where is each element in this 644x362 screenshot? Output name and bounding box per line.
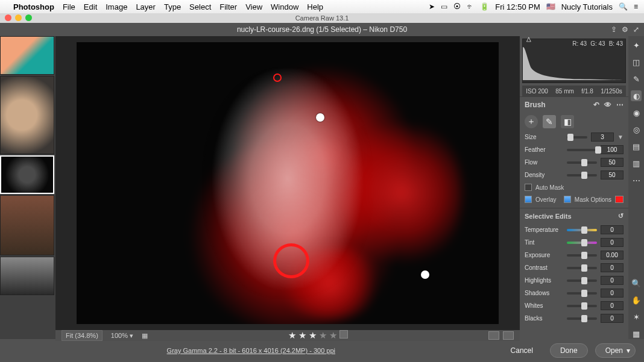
eraser-tool-icon[interactable]: ◧ (561, 115, 574, 128)
flow-input[interactable] (601, 158, 623, 167)
blacks-input[interactable] (601, 314, 623, 323)
redeye-tool-icon[interactable]: ◉ (631, 107, 642, 118)
shadows-input[interactable] (601, 289, 623, 298)
size-slider[interactable] (567, 136, 587, 139)
density-slider[interactable] (567, 174, 597, 176)
more-tools-icon[interactable]: ⋯ (631, 175, 642, 186)
traffic-lights[interactable] (5, 14, 32, 21)
more-icon[interactable]: ⋯ (616, 101, 623, 109)
contrast-slider[interactable] (567, 267, 597, 269)
flow-slider[interactable] (567, 161, 597, 164)
menu-edit[interactable]: Edit (84, 2, 97, 11)
shadows-slider[interactable] (567, 292, 597, 295)
star-2[interactable]: ★ (298, 330, 306, 341)
temperature-slider[interactable] (567, 229, 597, 231)
overlay-checkbox[interactable] (525, 196, 532, 203)
hand-tool-icon[interactable]: ✋ (631, 295, 642, 305)
location-icon[interactable]: ➤ (429, 2, 435, 11)
image-canvas[interactable] (77, 42, 499, 324)
edit-tool-icon[interactable]: ✦ (631, 40, 642, 51)
automask-checkbox[interactable] (525, 184, 532, 191)
heal-tool-icon[interactable]: ✎ (631, 73, 642, 84)
color-label-swatch[interactable] (339, 330, 348, 339)
thumbnail-4[interactable] (0, 195, 54, 255)
histogram[interactable]: △ R: 43 G: 43 B: 43 (522, 39, 626, 83)
menu-image[interactable]: Image (106, 2, 127, 11)
star-rating[interactable]: ★ ★ ★ ★ ★ (288, 330, 348, 341)
menu-layer[interactable]: Layer (136, 2, 156, 11)
crop-tool-icon[interactable]: ◫ (631, 57, 642, 67)
close-window-icon[interactable] (5, 14, 11, 21)
open-dropdown-icon[interactable]: ▾ (627, 346, 630, 355)
exposure-input[interactable] (601, 251, 623, 260)
zoom-tool-icon[interactable]: 🔍 (631, 278, 642, 289)
zoom-dropdown[interactable]: 100% ▾ (111, 332, 133, 340)
thumbnail-1[interactable] (0, 36, 54, 75)
adjustment-pin-ring[interactable] (273, 73, 282, 82)
settings-icon[interactable]: ⚙ (622, 25, 628, 34)
highlights-slider[interactable] (567, 279, 597, 282)
brush-tool-icon[interactable]: ✎ (543, 115, 556, 128)
sampler-tool-icon[interactable]: ✶ (631, 311, 642, 322)
adjustment-pin-1[interactable] (316, 113, 324, 122)
fullscreen-icon[interactable]: ⤢ (633, 25, 639, 34)
tint-slider[interactable] (567, 242, 597, 244)
whites-slider[interactable] (567, 305, 597, 307)
menu-select[interactable]: Select (189, 2, 211, 11)
mask-color-swatch[interactable] (615, 196, 623, 203)
app-name[interactable]: Photoshop (13, 2, 54, 11)
menu-file[interactable]: File (63, 2, 75, 11)
menu-window[interactable]: Window (271, 2, 298, 11)
thumbnail-2[interactable] (0, 76, 54, 154)
radial-tool-icon[interactable]: ◎ (631, 124, 642, 135)
star-4[interactable]: ★ (319, 330, 327, 341)
thumbnail-5[interactable] (0, 257, 54, 295)
new-brush-icon[interactable]: ＋ (525, 115, 538, 128)
menu-type[interactable]: Type (164, 2, 181, 11)
temperature-input[interactable] (601, 225, 623, 234)
menu-filter[interactable]: Filter (219, 2, 237, 11)
grid-toggle-icon[interactable]: ▦ (142, 332, 148, 340)
whites-input[interactable] (601, 301, 623, 310)
hamburger-icon[interactable]: ≡ (634, 2, 638, 11)
export-icon[interactable]: ⇪ (611, 25, 617, 34)
highlights-input[interactable] (601, 276, 623, 285)
spotlight-icon[interactable]: 🔍 (619, 2, 628, 11)
blacks-slider[interactable] (567, 317, 597, 320)
star-1[interactable]: ★ (288, 330, 296, 341)
menu-help[interactable]: Help (307, 2, 323, 11)
size-dropdown-icon[interactable]: ▼ (617, 134, 623, 140)
size-input[interactable] (591, 133, 614, 142)
presets-icon[interactable]: ▥ (631, 158, 642, 169)
feather-input[interactable] (601, 145, 623, 154)
density-input[interactable] (601, 170, 623, 179)
menubar-clock[interactable]: Fri 12:50 PM (495, 2, 540, 11)
menubar-user[interactable]: Nucly Tutorials (561, 2, 613, 11)
recorder-icon[interactable]: ⦿ (453, 2, 461, 11)
local-adjust-tool-icon[interactable]: ◐ (631, 90, 642, 101)
exposure-slider[interactable] (567, 254, 597, 257)
zoom-window-icon[interactable] (25, 14, 32, 21)
tint-input[interactable] (601, 238, 623, 247)
star-5[interactable]: ★ (329, 330, 337, 341)
single-view-icon[interactable] (488, 331, 499, 340)
gradient-tool-icon[interactable]: ▤ (631, 141, 642, 152)
star-3[interactable]: ★ (309, 330, 317, 341)
battery-icon[interactable]: 🔋 (480, 2, 489, 11)
contrast-input[interactable] (601, 263, 623, 272)
wifi-icon[interactable]: ᯤ (467, 2, 474, 11)
thumbnail-3-selected[interactable] (0, 155, 54, 194)
open-button[interactable]: Open▾ (595, 343, 636, 358)
done-button[interactable]: Done (550, 343, 588, 358)
compare-view-icon[interactable] (503, 331, 514, 340)
grid-tool-icon[interactable]: ▦ (631, 328, 642, 339)
feather-slider[interactable] (567, 149, 597, 151)
maskoptions-checkbox[interactable] (564, 196, 571, 203)
display-icon[interactable]: ▭ (441, 2, 447, 11)
workflow-info-link[interactable]: Gray Gamma 2.2 - 8 bit - 6016 x 4016 (24… (8, 347, 494, 354)
cancel-button[interactable]: Cancel (501, 344, 543, 357)
adjustment-pin-2[interactable] (421, 270, 429, 279)
minimize-window-icon[interactable] (15, 14, 22, 21)
menu-view[interactable]: View (245, 2, 262, 11)
fit-zoom-display[interactable]: Fit (34.8%) (62, 330, 103, 341)
